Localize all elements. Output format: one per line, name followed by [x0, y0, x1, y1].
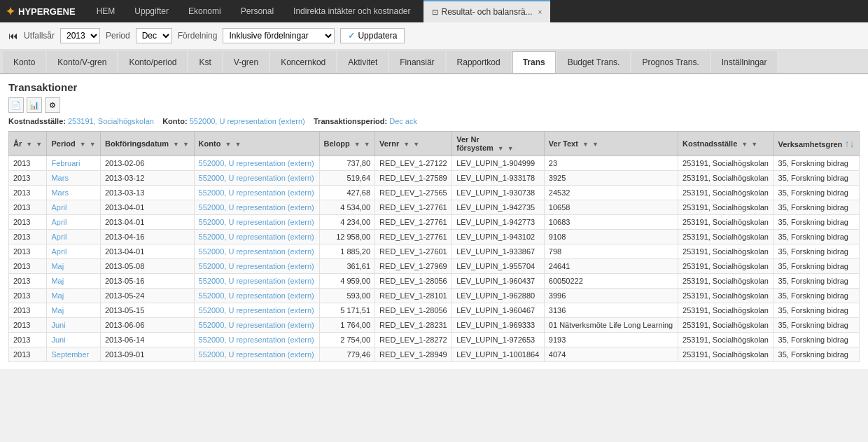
col-header-ar[interactable]: År ▼ ▼ — [9, 132, 47, 156]
cell-verksamhetsgren: 35, Forskning bidrag — [774, 303, 859, 318]
app-logo: ✦ HYPERGENE — [6, 5, 76, 18]
col-header-ver-nr-forsystem[interactable]: Ver Nrförsystem ▼ ▼ — [452, 132, 545, 156]
cell-vernr: RED_LEV_1-27122 — [375, 156, 452, 171]
cell-konto[interactable]: 552000, U representation (extern) — [194, 186, 319, 200]
cell-ver_nr_forsystem: LEV_LUPIN_1-1001864 — [452, 347, 545, 362]
konto-filter-icon: ▼ — [234, 141, 241, 148]
cell-period[interactable]: Februari — [47, 156, 101, 171]
kostnadsstalle-filter-value[interactable]: 253191, Socialhögskolan — [68, 117, 154, 125]
cell-konto[interactable]: 552000, U representation (extern) — [194, 274, 319, 289]
ar-sort-icon: ▼ — [26, 141, 32, 148]
utfallsar-label: Utfallsår — [24, 31, 55, 41]
pdf-export-button[interactable]: 📄 — [8, 97, 24, 113]
cell-vernr: RED_LEV_1-27761 — [375, 230, 452, 244]
cell-period[interactable]: April — [47, 244, 101, 259]
cell-period[interactable]: Maj — [47, 303, 101, 318]
nav-tab-resultat[interactable]: ⊡ Resultat- och balansrä... × — [424, 0, 551, 22]
tab-koncernkod[interactable]: Koncernkod — [270, 51, 336, 73]
update-button[interactable]: ✓ Uppdatera — [340, 28, 405, 43]
tab-budget-trans[interactable]: Budget Trans. — [557, 51, 631, 73]
cell-period[interactable]: April — [47, 230, 101, 244]
nav-hem[interactable]: HEM — [87, 0, 125, 22]
excel-export-button[interactable]: 📊 — [27, 97, 42, 113]
cell-konto[interactable]: 552000, U representation (extern) — [194, 347, 319, 362]
nav-ekonomi[interactable]: Ekonomi — [178, 0, 231, 22]
col-header-kostnadsstalle[interactable]: Kostnadsställe ▼ ▼ — [678, 132, 774, 156]
col-header-bokforingsdatum[interactable]: Bokföringsdatum ▼ ▼ — [100, 132, 194, 156]
cell-kostnadsstalle: 253191, Socialhögskolan — [678, 333, 774, 347]
kostnadsstalle-filter-label: Kostnadsställe: — [8, 117, 66, 125]
cell-period[interactable]: Juni — [47, 333, 101, 347]
col-header-ver-text[interactable]: Ver Text ▼ ▼ — [544, 132, 678, 156]
cell-period[interactable]: April — [47, 200, 101, 215]
cell-konto[interactable]: 552000, U representation (extern) — [194, 156, 319, 171]
cell-period[interactable]: Maj — [47, 289, 101, 303]
utfallsar-select[interactable]: 2013 — [60, 28, 100, 43]
konto-sort-icon: ▼ — [225, 141, 231, 148]
cell-konto[interactable]: 552000, U representation (extern) — [194, 171, 319, 186]
transactions-table: År ▼ ▼ Period ▼ ▼ Bokföringsdatum ▼ ▼ Ko… — [8, 131, 860, 362]
cell-period[interactable]: April — [47, 215, 101, 230]
nav-first-icon[interactable]: ⏮ — [8, 30, 18, 41]
cell-konto[interactable]: 552000, U representation (extern) — [194, 303, 319, 318]
tab-aktivitet[interactable]: Aktivitet — [337, 51, 388, 73]
cell-konto[interactable]: 552000, U representation (extern) — [194, 318, 319, 333]
fordelning-select[interactable]: Inklusive fördelningar — [223, 28, 335, 43]
cell-vernr: RED_LEV_1-27761 — [375, 215, 452, 230]
col-header-verksamhetsgren[interactable]: Verksamhetsgren ↑↓ — [774, 132, 859, 156]
cell-konto[interactable]: 552000, U representation (extern) — [194, 215, 319, 230]
cell-period[interactable]: Maj — [47, 259, 101, 274]
cell-konto[interactable]: 552000, U representation (extern) — [194, 230, 319, 244]
table-row: 2013Juni2013-06-14552000, U representati… — [9, 333, 860, 347]
cell-ar: 2013 — [9, 171, 47, 186]
col-header-konto[interactable]: Konto ▼ ▼ — [194, 132, 319, 156]
cell-belopp: 1 764,00 — [319, 318, 375, 333]
cell-period[interactable]: Juni — [47, 318, 101, 333]
konto-filter-value[interactable]: 552000, U representation (extern) — [190, 117, 305, 125]
nav-uppgifter[interactable]: Uppgifter — [125, 0, 178, 22]
col-header-period[interactable]: Period ▼ ▼ — [47, 132, 101, 156]
cell-konto[interactable]: 552000, U representation (extern) — [194, 259, 319, 274]
cell-period[interactable]: September — [47, 347, 101, 362]
tab-konto-vgren[interactable]: Konto/V-gren — [47, 51, 117, 73]
add-filter-icon[interactable]: ↑↓ — [844, 138, 854, 149]
cell-konto[interactable]: 552000, U representation (extern) — [194, 289, 319, 303]
cell-verksamhetsgren: 35, Forskning bidrag — [774, 333, 859, 347]
tab-prognos-trans[interactable]: Prognos Trans. — [631, 51, 709, 73]
nav-personal[interactable]: Personal — [231, 0, 284, 22]
nav-indirekta[interactable]: Indirekta intäkter och kostnader — [284, 0, 420, 22]
vernr-sort-icon: ▼ — [403, 141, 410, 148]
tab-label: Resultat- och balansrä... — [442, 7, 533, 17]
cell-belopp: 4 234,00 — [319, 215, 375, 230]
cell-period[interactable]: Mars — [47, 186, 101, 200]
tab-finansiar[interactable]: Finansiär — [389, 51, 444, 73]
period-select[interactable]: Dec — [136, 28, 172, 43]
cell-ver_text: 3136 — [544, 303, 678, 318]
cell-period[interactable]: Maj — [47, 274, 101, 289]
cell-konto[interactable]: 552000, U representation (extern) — [194, 200, 319, 215]
tab-installningar[interactable]: Inställningar — [711, 51, 778, 73]
cell-verksamhetsgren: 35, Forskning bidrag — [774, 186, 859, 200]
tab-konto[interactable]: Konto — [3, 51, 46, 73]
cell-verksamhetsgren: 35, Forskning bidrag — [774, 274, 859, 289]
cell-period[interactable]: Mars — [47, 171, 101, 186]
tab-kst[interactable]: Kst — [188, 51, 221, 73]
tab-konto-period[interactable]: Konto/period — [118, 51, 187, 73]
tab-vgren[interactable]: V-gren — [223, 51, 269, 73]
period-label: Period — [106, 31, 130, 41]
col-header-belopp[interactable]: Belopp ▼ ▼ — [319, 132, 375, 156]
settings-button[interactable]: ⚙ — [45, 97, 60, 113]
tab-close-icon[interactable]: × — [538, 8, 542, 16]
cell-ar: 2013 — [9, 200, 47, 215]
col-header-vernr[interactable]: Vernr ▼ ▼ — [375, 132, 452, 156]
tab-rapportkod[interactable]: Rapportkod — [447, 51, 511, 73]
cell-ar: 2013 — [9, 156, 47, 171]
cell-konto[interactable]: 552000, U representation (extern) — [194, 333, 319, 347]
cell-konto[interactable]: 552000, U representation (extern) — [194, 244, 319, 259]
tab-trans[interactable]: Trans — [512, 51, 556, 73]
period-filter-value[interactable]: Dec ack — [389, 117, 417, 125]
cell-ver_text: 3996 — [544, 289, 678, 303]
cell-belopp: 737,80 — [319, 156, 375, 171]
cell-ar: 2013 — [9, 259, 47, 274]
table-row: 2013Juni2013-06-06552000, U representati… — [9, 318, 860, 333]
